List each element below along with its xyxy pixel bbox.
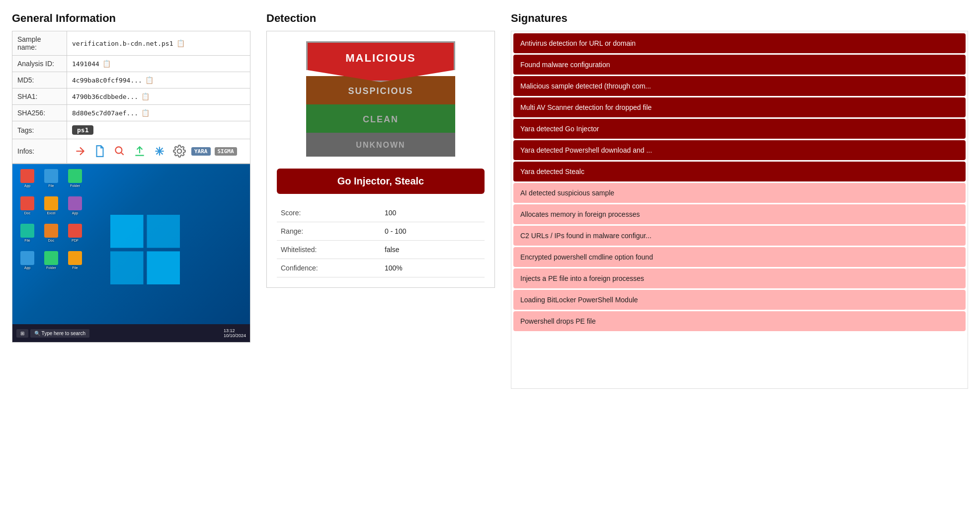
score-row: Confidence:100%	[277, 259, 485, 277]
desktop-icon: App	[17, 251, 37, 269]
verdict-clean: CLEAN	[306, 104, 455, 133]
info-label: Infos:	[12, 139, 67, 164]
score-row: Range:0 - 100	[277, 222, 485, 241]
info-value: ps1	[67, 121, 250, 139]
infos-row: YARASIGMA	[72, 143, 245, 159]
signature-item[interactable]: Yara detected Powershell download and ..…	[513, 140, 966, 160]
signature-item[interactable]: Encrypted powershell cmdline option foun…	[513, 247, 966, 267]
score-value: 100	[381, 204, 485, 222]
svg-rect-2	[110, 252, 144, 285]
desktop-icon: Doc	[41, 224, 61, 242]
desktop-background: App File Folder Doc Excel App File Doc P…	[12, 164, 250, 342]
info-label: MD5:	[12, 72, 67, 89]
general-info-title: General Information	[12, 12, 250, 25]
file-icon[interactable]	[92, 143, 108, 159]
signature-item[interactable]: AI detected suspicious sample	[513, 183, 966, 203]
info-label: SHA256:	[12, 105, 67, 121]
score-label: Confidence:	[277, 259, 381, 277]
score-row: Whitelisted:false	[277, 241, 485, 259]
desktop-icons: App File Folder Doc Excel App File Doc P…	[17, 169, 85, 269]
signatures-panel: Signatures Antivirus detection for URL o…	[511, 12, 968, 389]
search-icon[interactable]	[112, 143, 128, 159]
yara-badge[interactable]: YARA	[191, 147, 211, 156]
info-value: 4790b36cdbbede...📋	[67, 89, 250, 105]
detection-card: MALICIOUS SUSPICIOUS CLEAN UNKNOWN Go In…	[266, 31, 495, 288]
info-label: Sample name:	[12, 31, 67, 56]
info-row: Sample name:verification.b-cdn.net.ps1📋	[12, 31, 250, 56]
score-table: Score:100Range:0 - 100Whitelisted:falseC…	[277, 204, 485, 277]
desktop-icon: Folder	[41, 251, 61, 269]
desktop-icon: App	[17, 169, 37, 187]
copy-icon[interactable]: 📋	[176, 39, 185, 47]
info-label: Analysis ID:	[12, 56, 67, 72]
score-value: false	[381, 241, 485, 259]
tag-badge: ps1	[72, 125, 93, 135]
signature-item[interactable]: C2 URLs / IPs found in malware configur.…	[513, 226, 966, 246]
info-row: MD5:4c99ba8c0fcf994...📋	[12, 72, 250, 89]
score-value: 0 - 100	[381, 222, 485, 241]
desktop-icon: Folder	[65, 169, 85, 187]
main-layout: General Information Sample name:verifica…	[12, 12, 968, 389]
detection-title: Detection	[266, 12, 495, 25]
info-value: verification.b-cdn.net.ps1📋	[67, 31, 250, 56]
clock: 13:1210/10/2024	[224, 328, 246, 338]
info-value: 1491044📋	[67, 56, 250, 72]
info-row: Infos:YARASIGMA	[12, 139, 250, 164]
verdict-unknown: UNKNOWN	[306, 133, 455, 157]
score-label: Whitelisted:	[277, 241, 381, 259]
info-row: Analysis ID:1491044📋	[12, 56, 250, 72]
info-label: Tags:	[12, 121, 67, 139]
info-row: SHA256:8d80e5c7d07aef...📋	[12, 105, 250, 121]
info-value: 8d80e5c7d07aef...📋	[67, 105, 250, 121]
signature-item[interactable]: Malicious sample detected (through com..…	[513, 76, 966, 96]
svg-rect-0	[110, 215, 144, 248]
info-row: Tags:ps1	[12, 121, 250, 139]
signature-item[interactable]: Yara detected Go Injector	[513, 119, 966, 139]
search-taskbar-button[interactable]: 🔍 Type here to search	[30, 329, 89, 338]
copy-icon[interactable]: 📋	[145, 76, 154, 84]
start-button[interactable]: ⊞	[16, 329, 28, 338]
signature-item[interactable]: Injects a PE file into a foreign process…	[513, 268, 966, 288]
score-value: 100%	[381, 259, 485, 277]
svg-rect-3	[147, 252, 180, 285]
detection-panel: Detection MALICIOUS SUSPICIOUS CLEAN UNK…	[266, 12, 495, 288]
svg-rect-1	[147, 215, 180, 248]
signature-item[interactable]: Powershell drops PE file	[513, 311, 966, 331]
info-value: YARASIGMA	[67, 139, 250, 164]
desktop-icon: App	[65, 196, 85, 215]
signature-item[interactable]: Antivirus detection for URL or domain	[513, 33, 966, 53]
info-row: SHA1:4790b36cdbbede...📋	[12, 89, 250, 105]
taskbar: ⊞ 🔍 Type here to search 13:1210/10/2024	[12, 324, 250, 342]
general-info-panel: General Information Sample name:verifica…	[12, 12, 250, 343]
signature-list[interactable]: Antivirus detection for URL or domainFou…	[511, 31, 968, 389]
verdict-stack: MALICIOUS SUSPICIOUS CLEAN UNKNOWN	[306, 41, 455, 157]
info-table: Sample name:verification.b-cdn.net.ps1📋A…	[12, 31, 250, 164]
desktop-icon: File	[65, 251, 85, 269]
copy-icon[interactable]: 📋	[102, 60, 111, 68]
desktop-icon: Excel	[41, 196, 61, 215]
screenshot-container: App File Folder Doc Excel App File Doc P…	[12, 164, 250, 343]
score-label: Range:	[277, 222, 381, 241]
signature-item[interactable]: Allocates memory in foreign processes	[513, 204, 966, 224]
desktop-icon: File	[17, 224, 37, 242]
windows-logo-icon	[110, 215, 180, 284]
http-icon[interactable]	[152, 143, 167, 159]
process-flow-icon[interactable]	[72, 143, 88, 159]
signatures-title: Signatures	[511, 12, 968, 25]
info-label: SHA1:	[12, 89, 67, 105]
upload-icon[interactable]	[132, 143, 148, 159]
signature-item[interactable]: Found malware configuration	[513, 55, 966, 75]
score-label: Score:	[277, 204, 381, 222]
signature-item[interactable]: Yara detected Stealc	[513, 162, 966, 181]
sigma-badge[interactable]: SIGMA	[215, 147, 237, 156]
gear-icon[interactable]	[171, 143, 187, 159]
desktop-icon: Doc	[17, 196, 37, 215]
info-value: 4c99ba8c0fcf994...📋	[67, 72, 250, 89]
copy-icon[interactable]: 📋	[141, 109, 150, 117]
desktop-icon: PDF	[65, 224, 85, 242]
copy-icon[interactable]: 📋	[141, 92, 150, 100]
signature-item[interactable]: Multi AV Scanner detection for dropped f…	[513, 97, 966, 117]
signature-item[interactable]: Loading BitLocker PowerShell Module	[513, 290, 966, 310]
score-row: Score:100	[277, 204, 485, 222]
malware-name-button[interactable]: Go Injector, Stealc	[277, 169, 485, 194]
